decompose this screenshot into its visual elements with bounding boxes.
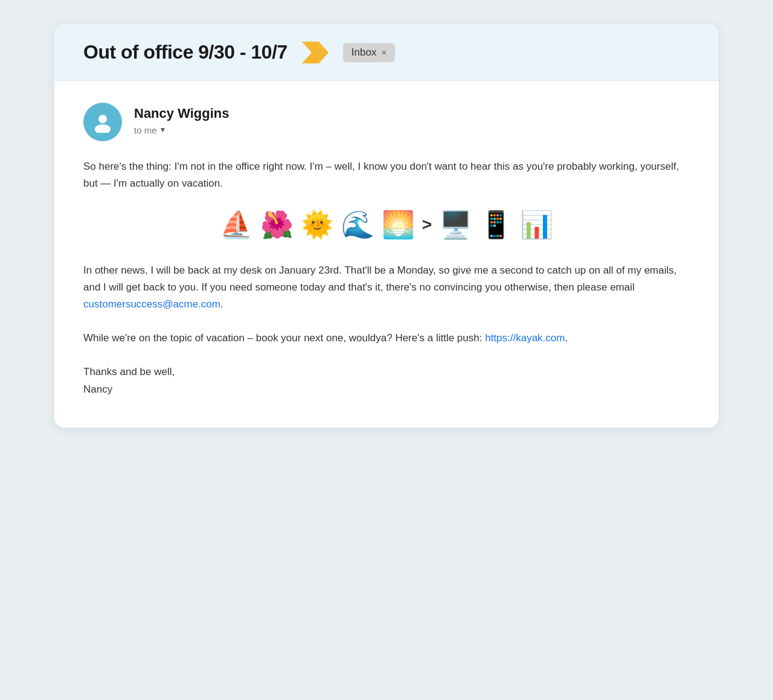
kayak-link[interactable]: https://kayak.com xyxy=(485,332,565,344)
sender-row: Nancy Wiggins to me ▼ xyxy=(83,103,690,141)
email-link[interactable]: customersuccess@acme.com xyxy=(83,298,220,310)
sender-to: to me ▼ xyxy=(134,125,229,135)
emoji-sun: 🌞 xyxy=(301,209,334,240)
inbox-badge-label: Inbox xyxy=(351,47,377,59)
emoji-row: ⛵ 🌺 🌞 🌊 🌅 > 🖥️ 📱 📊 xyxy=(83,209,690,240)
svg-marker-0 xyxy=(302,42,329,63)
person-icon xyxy=(92,111,114,133)
signature-line-1: Thanks and be well, xyxy=(83,364,690,381)
sender-info: Nancy Wiggins to me ▼ xyxy=(134,103,229,135)
emoji-wave: 🌊 xyxy=(341,209,374,240)
email-content: So here's the thing: I'm not in the offi… xyxy=(83,158,690,399)
email-header: Out of office 9/30 - 10/7 Inbox × xyxy=(54,24,719,81)
forward-arrow-icon xyxy=(302,42,329,63)
emoji-desktop: 🖥️ xyxy=(439,209,472,240)
greater-than-arrow: > xyxy=(422,215,432,234)
paragraph-2: In other news, I will be back at my desk… xyxy=(83,262,690,313)
chevron-down-icon[interactable]: ▼ xyxy=(159,126,167,134)
inbox-badge-close[interactable]: × xyxy=(381,47,386,57)
emoji-sunrise: 🌅 xyxy=(382,209,415,240)
email-body: Nancy Wiggins to me ▼ So here's the thin… xyxy=(54,81,719,428)
paragraph-1: So here's the thing: I'm not in the offi… xyxy=(83,158,690,192)
svg-point-2 xyxy=(95,124,111,133)
email-card: Out of office 9/30 - 10/7 Inbox × Nancy … xyxy=(54,24,719,428)
email-subject: Out of office 9/30 - 10/7 xyxy=(83,41,287,63)
emoji-hibiscus: 🌺 xyxy=(260,209,293,240)
signature: Thanks and be well, Nancy xyxy=(83,364,690,399)
emoji-phone: 📱 xyxy=(480,209,513,240)
paragraph-3: While we're on the topic of vacation – b… xyxy=(83,330,690,347)
avatar xyxy=(83,103,122,141)
sender-name: Nancy Wiggins xyxy=(134,105,229,123)
emoji-chart: 📊 xyxy=(520,209,553,240)
inbox-badge[interactable]: Inbox × xyxy=(343,43,395,62)
emoji-sailboat: ⛵ xyxy=(220,209,253,240)
svg-point-1 xyxy=(98,115,107,123)
signature-line-2: Nancy xyxy=(83,381,690,399)
